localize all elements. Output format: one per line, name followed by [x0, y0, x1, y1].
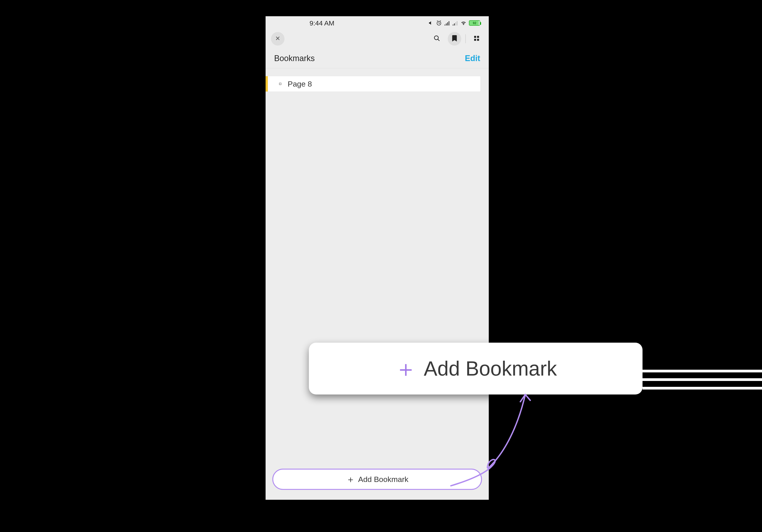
bookmarks-list: Page 8 [266, 68, 489, 92]
toolbar-divider [465, 34, 466, 43]
svg-rect-3 [477, 36, 479, 38]
header-row: Bookmarks Edit [266, 48, 489, 68]
signal-icon-2 [452, 21, 458, 26]
bookmark-color-stripe [266, 76, 268, 92]
grid-icon [474, 36, 480, 42]
decorative-stripes [643, 370, 762, 395]
bookmark-row[interactable]: Page 8 [266, 76, 481, 92]
thumbnail-grid-button[interactable] [470, 32, 483, 45]
volume-icon [428, 20, 434, 26]
status-icons: 92 [428, 20, 480, 26]
plus-icon: ＋ [346, 475, 355, 484]
status-bar: 9:44 AM 92 [266, 16, 489, 30]
add-bookmark-button[interactable]: ＋ Add Bookmark [272, 469, 482, 490]
battery-icon: 92 [469, 20, 480, 26]
close-button[interactable] [271, 32, 284, 45]
bookmark-thumb-icon [279, 83, 281, 85]
plus-icon: ＋ [395, 357, 417, 380]
callout-label: Add Bookmark [424, 357, 557, 380]
phone-frame: 9:44 AM 92 [266, 16, 489, 500]
search-icon [433, 35, 440, 42]
alarm-icon [436, 20, 442, 26]
add-bookmark-callout: ＋ Add Bookmark [309, 342, 643, 395]
signal-icon-1 [444, 21, 450, 26]
svg-point-1 [434, 36, 438, 40]
page-title: Bookmarks [274, 54, 315, 63]
wifi-icon [460, 21, 467, 26]
svg-rect-4 [474, 39, 476, 41]
bookmark-icon [452, 35, 457, 42]
bookmark-tab-button[interactable] [448, 32, 461, 45]
svg-rect-2 [474, 36, 476, 38]
status-time: 9:44 AM [310, 19, 334, 27]
close-icon [275, 36, 280, 42]
search-button[interactable] [430, 32, 444, 45]
bookmark-label: Page 8 [288, 80, 312, 88]
add-bookmark-label: Add Bookmark [358, 475, 409, 484]
svg-rect-5 [477, 39, 479, 41]
toolbar [266, 30, 489, 48]
edit-button[interactable]: Edit [465, 54, 480, 63]
